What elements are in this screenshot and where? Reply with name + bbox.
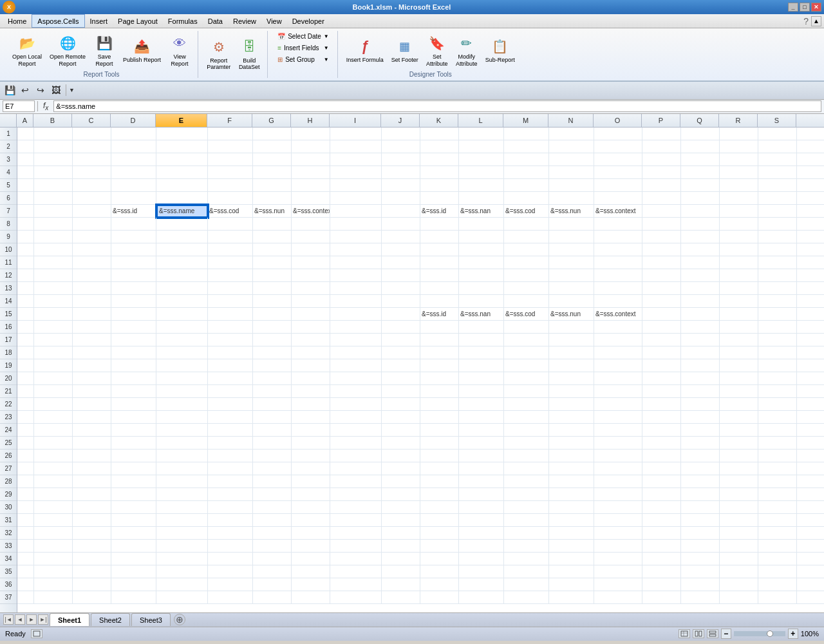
col-header-A[interactable]: A [17, 114, 33, 127]
qa-picture-button[interactable]: 🖼 [49, 83, 63, 97]
cell-C2[interactable] [73, 140, 111, 153]
cell-E24[interactable] [156, 424, 208, 437]
cell-O16[interactable] [594, 321, 642, 334]
cell-R19[interactable] [720, 359, 758, 372]
cell-C7[interactable] [73, 205, 111, 218]
cell-J13[interactable] [382, 282, 420, 295]
cell-G13[interactable] [253, 282, 292, 295]
cell-A9[interactable] [17, 231, 34, 243]
cell-M27[interactable] [504, 462, 549, 475]
cell-M23[interactable] [504, 411, 549, 424]
cell-P23[interactable] [642, 411, 681, 424]
cell-D28[interactable] [111, 475, 156, 488]
cell-K30[interactable] [420, 501, 459, 514]
col-header-D[interactable]: D [111, 114, 156, 127]
cell-C34[interactable] [73, 553, 111, 565]
cell-R9[interactable] [720, 231, 758, 243]
cell-A16[interactable] [17, 321, 34, 334]
cell-H23[interactable] [292, 411, 330, 424]
modify-attribute-button[interactable]: ✏ ModifyAttribute [453, 31, 481, 70]
cell-O10[interactable] [594, 243, 642, 256]
cell-J9[interactable] [382, 231, 420, 243]
cell-G31[interactable] [253, 514, 292, 527]
cell-G9[interactable] [253, 231, 292, 243]
cell-H27[interactable] [292, 462, 330, 475]
row-number-6[interactable]: 6 [0, 192, 17, 205]
cell-F16[interactable] [208, 321, 253, 334]
cell-N30[interactable] [549, 501, 594, 514]
cell-B15[interactable] [34, 308, 73, 321]
cell-M2[interactable] [504, 140, 549, 153]
cell-K31[interactable] [420, 514, 459, 527]
cell-I33[interactable] [330, 540, 382, 553]
cell-Q3[interactable] [681, 153, 720, 166]
cell-I16[interactable] [330, 321, 382, 334]
cell-J24[interactable] [382, 424, 420, 437]
cell-B28[interactable] [34, 475, 73, 488]
row-number-1[interactable]: 1 [0, 128, 17, 140]
cell-K12[interactable] [420, 269, 459, 282]
cell-P33[interactable] [642, 540, 681, 553]
cell-I21[interactable] [330, 385, 382, 398]
cell-F26[interactable] [208, 450, 253, 462]
cell-C28[interactable] [73, 475, 111, 488]
cell-E20[interactable] [156, 372, 208, 385]
cell-R30[interactable] [720, 501, 758, 514]
cell-D26[interactable] [111, 450, 156, 462]
cell-F35[interactable] [208, 565, 253, 578]
cell-H33[interactable] [292, 540, 330, 553]
cell-G28[interactable] [253, 475, 292, 488]
corner-cell[interactable] [0, 114, 17, 127]
cell-C26[interactable] [73, 450, 111, 462]
cell-D14[interactable] [111, 295, 156, 308]
cell-H22[interactable] [292, 398, 330, 411]
cell-H10[interactable] [292, 243, 330, 256]
cell-P9[interactable] [642, 231, 681, 243]
row-number-3[interactable]: 3 [0, 153, 17, 166]
row-number-21[interactable]: 21 [0, 385, 17, 398]
cell-I8[interactable] [330, 218, 382, 231]
cell-O23[interactable] [594, 411, 642, 424]
cell-O1[interactable] [594, 128, 642, 140]
cell-M34[interactable] [504, 553, 549, 565]
cell-L24[interactable] [459, 424, 504, 437]
cell-C13[interactable] [73, 282, 111, 295]
cell-P7[interactable] [642, 205, 681, 218]
page-break-view-icon[interactable] [707, 629, 718, 638]
cell-G24[interactable] [253, 424, 292, 437]
cell-J7[interactable] [382, 205, 420, 218]
cell-R23[interactable] [720, 411, 758, 424]
cell-N16[interactable] [549, 321, 594, 334]
cell-Q14[interactable] [681, 295, 720, 308]
cell-M35[interactable] [504, 565, 549, 578]
cell-M25[interactable] [504, 437, 549, 450]
cell-L37[interactable] [459, 591, 504, 604]
cell-F9[interactable] [208, 231, 253, 243]
cell-S22[interactable] [758, 398, 797, 411]
cell-L3[interactable] [459, 153, 504, 166]
cell-F12[interactable] [208, 269, 253, 282]
cell-E19[interactable] [156, 359, 208, 372]
cell-N4[interactable] [549, 166, 594, 179]
row-number-5[interactable]: 5 [0, 179, 17, 192]
cell-P12[interactable] [642, 269, 681, 282]
col-header-Q[interactable]: Q [680, 114, 719, 127]
cell-O28[interactable] [594, 475, 642, 488]
page-layout-view-icon[interactable] [693, 629, 704, 638]
cell-D9[interactable] [111, 231, 156, 243]
cell-P14[interactable] [642, 295, 681, 308]
cell-Q6[interactable] [681, 192, 720, 205]
cell-K37[interactable] [420, 591, 459, 604]
cell-O27[interactable] [594, 462, 642, 475]
cell-I7[interactable] [330, 205, 382, 218]
cell-E1[interactable] [156, 128, 208, 140]
cell-S14[interactable] [758, 295, 797, 308]
cell-F24[interactable] [208, 424, 253, 437]
cell-C16[interactable] [73, 321, 111, 334]
cell-H11[interactable] [292, 256, 330, 269]
cell-J33[interactable] [382, 540, 420, 553]
cell-N6[interactable] [549, 192, 594, 205]
cell-M18[interactable] [504, 346, 549, 359]
cell-B33[interactable] [34, 540, 73, 553]
cell-P35[interactable] [642, 565, 681, 578]
